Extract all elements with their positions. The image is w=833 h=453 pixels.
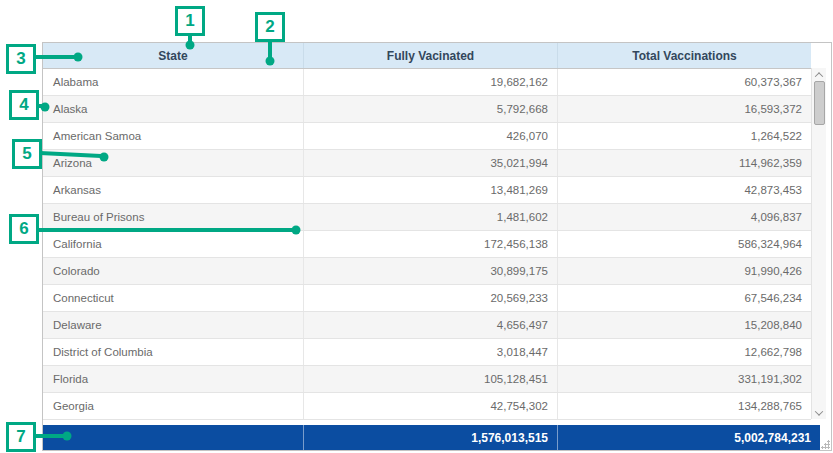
cell-total-vaccinations: 15,208,840 bbox=[557, 312, 811, 338]
cell-total-vaccinations: 1,264,522 bbox=[557, 123, 811, 149]
vertical-scrollbar[interactable] bbox=[811, 68, 826, 419]
table-row-california[interactable]: California 172,456,138 586,324,964 bbox=[43, 231, 811, 258]
totals-footer-row: 1,576,013,515 5,002,784,231 bbox=[43, 425, 820, 450]
callout-1: 1 bbox=[175, 6, 205, 36]
cell-fully-vaccinated: 13,481,269 bbox=[303, 177, 557, 203]
cell-fully-vaccinated: 172,456,138 bbox=[303, 231, 557, 257]
callout-7: 7 bbox=[6, 422, 36, 452]
cell-fully-vaccinated: 19,682,162 bbox=[303, 69, 557, 95]
table-row-bureau-of-prisons[interactable]: Bureau of Prisons 1,481,602 4,096,837 bbox=[43, 204, 811, 231]
cell-state: District of Columbia bbox=[43, 339, 303, 365]
column-header-state[interactable]: State bbox=[43, 43, 303, 68]
cell-state: American Samoa bbox=[43, 123, 303, 149]
callout-5: 5 bbox=[12, 139, 42, 169]
table-row-district-of-columbia[interactable]: District of Columbia 3,018,447 12,662,79… bbox=[43, 339, 811, 366]
cell-state: California bbox=[43, 231, 303, 257]
scroll-up-button[interactable] bbox=[812, 68, 826, 81]
column-header-fully-vaccinated[interactable]: Fully Vacinated bbox=[303, 43, 557, 68]
cell-total-vaccinations: 134,288,765 bbox=[557, 393, 811, 419]
cell-state: Alaska bbox=[43, 96, 303, 122]
callout-4: 4 bbox=[9, 90, 39, 120]
callout-6: 6 bbox=[9, 214, 39, 244]
cell-total-vaccinations: 16,593,372 bbox=[557, 96, 811, 122]
cell-fully-vaccinated: 4,656,497 bbox=[303, 312, 557, 338]
cell-total-vaccinations: 42,873,453 bbox=[557, 177, 811, 203]
chevron-up-icon bbox=[815, 72, 823, 80]
footer-cell-fully-vaccinated-total: 1,576,013,515 bbox=[303, 425, 557, 450]
cell-fully-vaccinated: 426,070 bbox=[303, 123, 557, 149]
table-row-arkansas[interactable]: Arkansas 13,481,269 42,873,453 bbox=[43, 177, 811, 204]
table-row-florida[interactable]: Florida 105,128,451 331,191,302 bbox=[43, 366, 811, 393]
callout-2: 2 bbox=[255, 12, 285, 42]
cell-total-vaccinations: 12,662,798 bbox=[557, 339, 811, 365]
footer-cell-total-vaccinations-total: 5,002,784,231 bbox=[557, 425, 820, 450]
table-row-alabama[interactable]: Alabama 19,682,162 60,373,367 bbox=[43, 69, 811, 96]
table-header-row: State Fully Vacinated Total Vaccinations bbox=[43, 43, 811, 69]
scroll-down-button[interactable] bbox=[812, 406, 826, 419]
cell-total-vaccinations: 331,191,302 bbox=[557, 366, 811, 392]
cell-fully-vaccinated: 42,754,302 bbox=[303, 393, 557, 419]
table-row-colorado[interactable]: Colorado 30,899,175 91,990,426 bbox=[43, 258, 811, 285]
cell-state: Arizona bbox=[43, 150, 303, 176]
column-header-total-vaccinations[interactable]: Total Vaccinations bbox=[557, 43, 811, 68]
cell-state: Connecticut bbox=[43, 285, 303, 311]
cell-state: Bureau of Prisons bbox=[43, 204, 303, 230]
cell-fully-vaccinated: 5,792,668 bbox=[303, 96, 557, 122]
cell-total-vaccinations: 586,324,964 bbox=[557, 231, 811, 257]
table-row-american-samoa[interactable]: American Samoa 426,070 1,264,522 bbox=[43, 123, 811, 150]
scrollbar-thumb[interactable] bbox=[814, 81, 825, 125]
cell-state: Georgia bbox=[43, 393, 303, 419]
cell-fully-vaccinated: 3,018,447 bbox=[303, 339, 557, 365]
vaccination-table-widget: State Fully Vacinated Total Vaccinations… bbox=[42, 42, 832, 451]
cell-fully-vaccinated: 20,569,233 bbox=[303, 285, 557, 311]
table-grid: State Fully Vacinated Total Vaccinations… bbox=[43, 43, 811, 420]
cell-fully-vaccinated: 35,021,994 bbox=[303, 150, 557, 176]
callout-3: 3 bbox=[6, 44, 36, 74]
cell-fully-vaccinated: 1,481,602 bbox=[303, 204, 557, 230]
cell-state: Delaware bbox=[43, 312, 303, 338]
cell-total-vaccinations: 67,546,234 bbox=[557, 285, 811, 311]
table-row-georgia[interactable]: Georgia 42,754,302 134,288,765 bbox=[43, 393, 811, 420]
footer-cell-state bbox=[43, 425, 303, 450]
table-row-delaware[interactable]: Delaware 4,656,497 15,208,840 bbox=[43, 312, 811, 339]
table-row-arizona[interactable]: Arizona 35,021,994 114,962,359 bbox=[43, 150, 811, 177]
cell-fully-vaccinated: 105,128,451 bbox=[303, 366, 557, 392]
table-row-connecticut[interactable]: Connecticut 20,569,233 67,546,234 bbox=[43, 285, 811, 312]
cell-total-vaccinations: 60,373,367 bbox=[557, 69, 811, 95]
cell-state: Florida bbox=[43, 366, 303, 392]
chevron-down-icon bbox=[815, 407, 823, 415]
cell-fully-vaccinated: 30,899,175 bbox=[303, 258, 557, 284]
cell-total-vaccinations: 114,962,359 bbox=[557, 150, 811, 176]
cell-total-vaccinations: 4,096,837 bbox=[557, 204, 811, 230]
cell-state: Colorado bbox=[43, 258, 303, 284]
cell-total-vaccinations: 91,990,426 bbox=[557, 258, 811, 284]
cell-state: Arkansas bbox=[43, 177, 303, 203]
resize-grip[interactable] bbox=[821, 440, 830, 449]
cell-state: Alabama bbox=[43, 69, 303, 95]
table-row-alaska[interactable]: Alaska 5,792,668 16,593,372 bbox=[43, 96, 811, 123]
